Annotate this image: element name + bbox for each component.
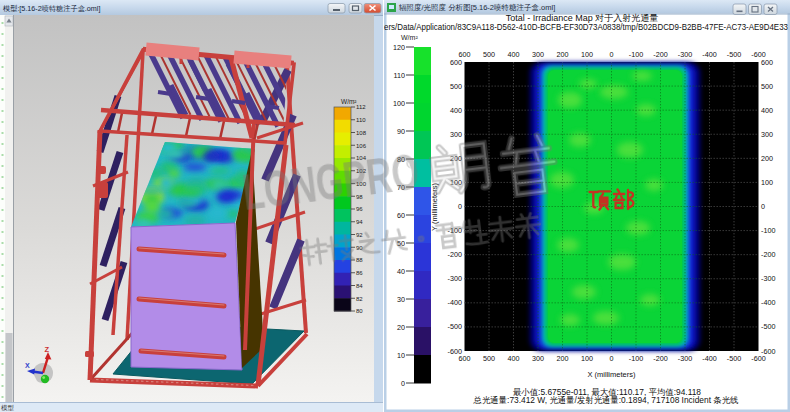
svg-text:-100: -100	[448, 226, 462, 235]
svg-text:30: 30	[397, 295, 405, 304]
svg-text:辐照度/光照度 分析图[5.16-2喷特糖注子盒.oml]: 辐照度/光照度 分析图[5.16-2喷特糖注子盒.oml]	[399, 3, 555, 12]
svg-text:90: 90	[397, 127, 405, 136]
svg-text:-100: -100	[629, 354, 643, 363]
svg-text:120: 120	[393, 43, 405, 52]
svg-text:-300: -300	[448, 274, 462, 283]
svg-text:200: 200	[557, 50, 569, 59]
svg-text:-500: -500	[727, 354, 741, 363]
svg-text:50: 50	[397, 239, 405, 248]
svg-text:500: 500	[483, 50, 495, 59]
svg-text:模型:[5.16-2喷特糖注子盒.oml]: 模型:[5.16-2喷特糖注子盒.oml]	[3, 4, 100, 13]
svg-text:86: 86	[356, 270, 363, 276]
svg-text:0: 0	[610, 50, 614, 59]
svg-text:80: 80	[397, 155, 405, 164]
svg-text:-400: -400	[702, 354, 716, 363]
svg-text:88: 88	[356, 257, 363, 263]
svg-text:106: 106	[356, 143, 367, 149]
svg-text:100: 100	[356, 181, 367, 187]
svg-text:-300: -300	[678, 354, 692, 363]
svg-text:-200: -200	[761, 250, 775, 259]
svg-text:200: 200	[450, 154, 462, 163]
svg-text:400: 400	[450, 106, 462, 115]
svg-text:X: X	[25, 362, 30, 369]
svg-text:500: 500	[761, 82, 773, 91]
svg-text:82: 82	[356, 296, 363, 302]
svg-text:-600: -600	[761, 347, 775, 356]
svg-text:-400: -400	[761, 298, 775, 307]
svg-text:W/m²: W/m²	[401, 34, 418, 41]
svg-text:104: 104	[356, 155, 367, 161]
svg-text:600: 600	[761, 58, 773, 67]
svg-text:0: 0	[458, 202, 462, 211]
svg-text:-200: -200	[653, 50, 667, 59]
svg-text:100: 100	[581, 354, 593, 363]
svg-text:100: 100	[450, 178, 462, 187]
svg-text:-500: -500	[727, 50, 741, 59]
svg-text:100: 100	[581, 50, 593, 59]
svg-text:Y (millimeters): Y (millimeters)	[430, 183, 439, 231]
svg-text:Z: Z	[45, 345, 50, 354]
svg-text:-400: -400	[448, 298, 462, 307]
svg-text:X (millimeters): X (millimeters)	[588, 370, 636, 379]
svg-text:110: 110	[356, 117, 366, 123]
svg-text:500: 500	[483, 354, 495, 363]
svg-text:0: 0	[401, 379, 405, 388]
svg-text:-500: -500	[448, 322, 462, 331]
svg-text:40: 40	[397, 267, 405, 276]
svg-text:108: 108	[356, 130, 367, 136]
svg-text:-200: -200	[653, 354, 667, 363]
svg-text:200: 200	[557, 354, 569, 363]
svg-text:200: 200	[761, 154, 773, 163]
svg-text:70: 70	[397, 183, 405, 192]
svg-text:300: 300	[761, 130, 773, 139]
svg-text:400: 400	[508, 354, 520, 363]
svg-text:90: 90	[356, 245, 363, 251]
svg-text:100: 100	[761, 178, 773, 187]
svg-text:W/m²: W/m²	[341, 98, 357, 105]
svg-text:10: 10	[397, 351, 405, 360]
svg-text:300: 300	[532, 354, 544, 363]
svg-text:110: 110	[394, 71, 405, 80]
svg-text:98: 98	[356, 194, 363, 200]
svg-text:0: 0	[610, 354, 614, 363]
svg-text:400: 400	[761, 106, 773, 115]
svg-text:84: 84	[356, 283, 363, 289]
svg-text:400: 400	[508, 50, 520, 59]
svg-text:-500: -500	[761, 322, 775, 331]
svg-text:112: 112	[356, 104, 366, 110]
svg-text:500: 500	[450, 82, 462, 91]
svg-text:92: 92	[356, 232, 363, 238]
svg-text:100: 100	[393, 99, 405, 108]
svg-text:0: 0	[761, 202, 765, 211]
svg-text:-400: -400	[702, 50, 716, 59]
svg-text:-200: -200	[448, 250, 462, 259]
svg-text:Total - Irradiance Map 对于入射光通量: Total - Irradiance Map 对于入射光通量	[506, 13, 659, 23]
svg-text:总光通量:73.412 W, 光通量/发射光通量:0.189: 总光通量:73.412 W, 光通量/发射光通量:0.1894, 717108 …	[473, 395, 739, 405]
svg-text:-300: -300	[678, 50, 692, 59]
svg-text:102: 102	[356, 168, 367, 174]
svg-text:300: 300	[532, 50, 544, 59]
svg-text:20: 20	[397, 323, 405, 332]
svg-text:300: 300	[450, 130, 462, 139]
svg-text:80: 80	[356, 308, 363, 314]
svg-text:94: 94	[356, 219, 363, 225]
svg-text:ers/Data/Application/83C9A118-: ers/Data/Application/83C9A118-D562-410D-…	[384, 23, 788, 32]
svg-text:60: 60	[397, 211, 405, 220]
svg-text:-100: -100	[761, 226, 775, 235]
svg-text:600: 600	[450, 58, 462, 67]
svg-text:-100: -100	[629, 50, 643, 59]
svg-text:96: 96	[356, 206, 363, 212]
svg-text:-600: -600	[448, 347, 462, 356]
svg-text:-300: -300	[761, 274, 775, 283]
svg-text:模型: 模型	[1, 404, 15, 411]
